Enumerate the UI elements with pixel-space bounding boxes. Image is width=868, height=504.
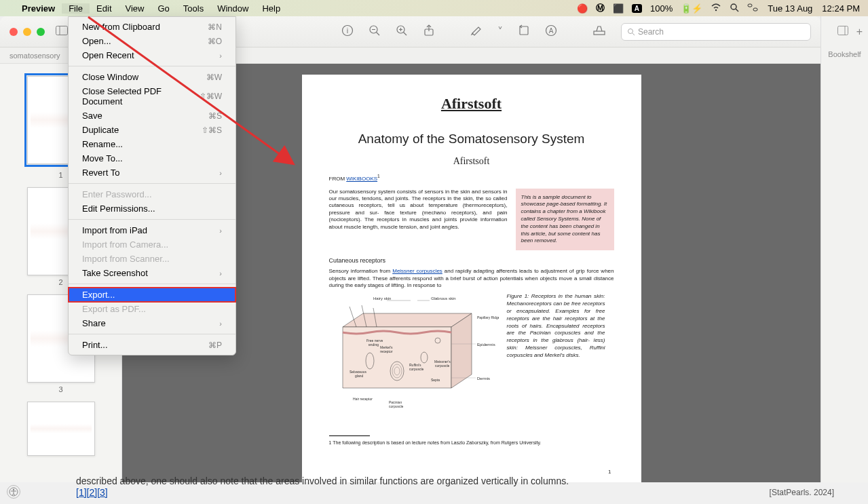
thumbnail-page-4[interactable] [27, 402, 95, 456]
status-icon-1[interactable]: 🔴 [577, 3, 588, 14]
figure-caption: Figure 1: Receptors in the human skin: M… [507, 293, 605, 422]
svg-text:corpuscle: corpuscle [409, 367, 424, 371]
menu-item-rename[interactable]: Rename... [69, 137, 235, 151]
sidebar-doc-label: somatosensory [10, 52, 60, 60]
svg-line-23 [633, 33, 635, 35]
svg-rect-21 [594, 31, 605, 35]
status-icon-2[interactable]: Ⓜ [596, 2, 605, 14]
document-page: Afirstsoft Anatomy of the Somatosensory … [302, 75, 641, 482]
menu-item-share[interactable]: Share› [69, 316, 235, 330]
from-label: FROM [329, 176, 347, 182]
svg-text:corpuscle: corpuscle [389, 404, 404, 408]
dropdown-chevron-icon[interactable]: ˅ [497, 25, 503, 38]
markup-icon[interactable] [470, 24, 483, 39]
menu-tools[interactable]: Tools [176, 3, 210, 14]
sidebar-toggle-icon[interactable] [56, 26, 68, 37]
svg-point-22 [628, 28, 633, 33]
svg-line-13 [404, 32, 407, 35]
annotate-icon[interactable]: A [545, 24, 557, 39]
svg-text:Papillary Ridges: Papillary Ridges [477, 315, 499, 319]
search-placeholder: Search [638, 27, 664, 37]
menu-item-export[interactable]: Export... [69, 288, 235, 302]
menu-help[interactable]: Help [255, 3, 287, 14]
minimize-window-button[interactable] [23, 28, 31, 36]
svg-text:receptor: receptor [380, 349, 393, 353]
zoom-window-button[interactable] [37, 28, 45, 36]
close-window-button[interactable] [10, 28, 18, 36]
app-name[interactable]: Preview [15, 3, 62, 14]
menu-item-duplicate[interactable]: Duplicate⇧⌘S [69, 123, 235, 137]
label-hairy: Hairy skin [373, 296, 391, 301]
svg-line-10 [377, 32, 380, 35]
spotlight-icon[interactable] [730, 3, 739, 14]
menu-window[interactable]: Window [210, 3, 255, 14]
svg-rect-4 [753, 8, 757, 11]
menu-item-open-recent[interactable]: Open Recent› [69, 48, 235, 62]
menu-view[interactable]: View [119, 3, 151, 14]
menu-item-open[interactable]: Open...⌘O [69, 34, 235, 48]
svg-text:gland: gland [355, 374, 363, 378]
menu-go[interactable]: Go [151, 3, 176, 14]
doc-brand: Afirstsoft [329, 95, 614, 113]
status-icon-a[interactable]: A [632, 4, 642, 13]
zoom-out-icon[interactable] [369, 24, 381, 39]
figure-skin-diagram: Hairy skin Glabrous skin [329, 293, 499, 422]
svg-line-2 [736, 9, 738, 12]
citation-label: [StatPearls. 2024] [770, 488, 834, 497]
svg-text:A: A [549, 27, 554, 35]
menu-item-export-as-pdf: Export as PDF... [69, 302, 235, 316]
add-icon[interactable]: + [856, 26, 863, 38]
share-icon[interactable] [423, 24, 435, 39]
svg-text:Epidermis: Epidermis [477, 343, 495, 347]
menu-item-close-window[interactable]: Close Window⌘W [69, 70, 235, 84]
svg-rect-54 [837, 26, 848, 35]
footnote: 1 The following description is based on … [329, 440, 614, 445]
svg-text:Hair receptor: Hair receptor [353, 397, 373, 401]
menu-edit[interactable]: Edit [90, 3, 118, 14]
svg-text:i: i [347, 26, 348, 35]
menubar-date[interactable]: Tue 13 Aug [768, 3, 812, 14]
svg-point-0 [715, 9, 717, 10]
doc-title: Anatomy of the Somatosensory System [329, 132, 614, 147]
menu-item-import-from-ipad[interactable]: Import from iPad› [69, 223, 235, 237]
menu-item-close-selected-pdf-document[interactable]: Close Selected PDF Document⇧⌘W [69, 84, 235, 109]
status-icon-3[interactable]: ⬛ [613, 3, 624, 14]
search-input[interactable]: Search [621, 23, 811, 41]
control-center-icon[interactable] [747, 3, 758, 14]
wifi-icon[interactable] [711, 3, 721, 14]
menu-item-revert-to[interactable]: Revert To› [69, 166, 235, 180]
highlight-icon[interactable] [592, 24, 606, 39]
accessibility-icon[interactable] [7, 485, 20, 499]
svg-rect-3 [748, 4, 752, 7]
section-header: Cutaneous receptors [329, 257, 614, 264]
svg-text:Dermis: Dermis [477, 376, 490, 381]
menu-file[interactable]: File [62, 3, 90, 14]
info-icon[interactable]: i [341, 24, 354, 39]
menu-item-enter-password: Enter Password... [69, 187, 235, 201]
battery-pct[interactable]: 100% [650, 3, 673, 14]
page-number: 1 [608, 469, 611, 475]
svg-text:ending: ending [369, 343, 379, 347]
menu-item-edit-permissions[interactable]: Edit Permissions... [69, 201, 235, 216]
svg-point-1 [731, 4, 736, 9]
menubar-time[interactable]: 12:24 PM [822, 3, 860, 14]
svg-text:corpuscle: corpuscle [435, 364, 450, 368]
zoom-in-icon[interactable] [396, 24, 408, 39]
doc-sidenote: This is a sample document to showcase pa… [516, 189, 614, 251]
menu-item-new-from-clipboard[interactable]: New from Clipboard⌘N [69, 20, 235, 34]
menu-item-move-to[interactable]: Move To... [69, 151, 235, 166]
rotate-icon[interactable] [518, 24, 530, 39]
menu-item-import-from-scanner: Import from Scanner... [69, 252, 235, 266]
battery-icon[interactable]: 🔋⚡ [681, 3, 702, 14]
menu-item-print[interactable]: Print...⌘P [69, 338, 235, 352]
menu-item-save[interactable]: Save⌘S [69, 109, 235, 123]
doc-para1: Our somatosensory system consists of sen… [329, 189, 508, 231]
file-menu-dropdown: New from Clipboard⌘NOpen...⌘OOpen Recent… [68, 16, 236, 355]
meissner-link[interactable]: Meissner corpuscles [392, 268, 442, 274]
svg-rect-5 [56, 26, 68, 35]
background-text: described above, one should also note th… [76, 476, 569, 499]
bookshelf-label: Bookshelf [821, 50, 868, 58]
menu-item-take-screenshot[interactable]: Take Screenshot› [69, 266, 235, 280]
sidebar-panel-icon[interactable] [837, 26, 848, 38]
from-link[interactable]: WIKIBOOKS [346, 176, 377, 182]
